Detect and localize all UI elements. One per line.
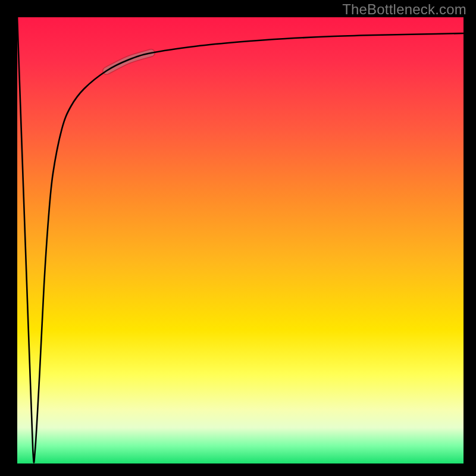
bottleneck-curve	[17, 17, 464, 462]
chart-frame: TheBottleneck.com	[0, 0, 476, 476]
watermark-text: TheBottleneck.com	[342, 1, 466, 18]
plot-area	[17, 17, 464, 464]
curve-svg	[17, 17, 464, 464]
